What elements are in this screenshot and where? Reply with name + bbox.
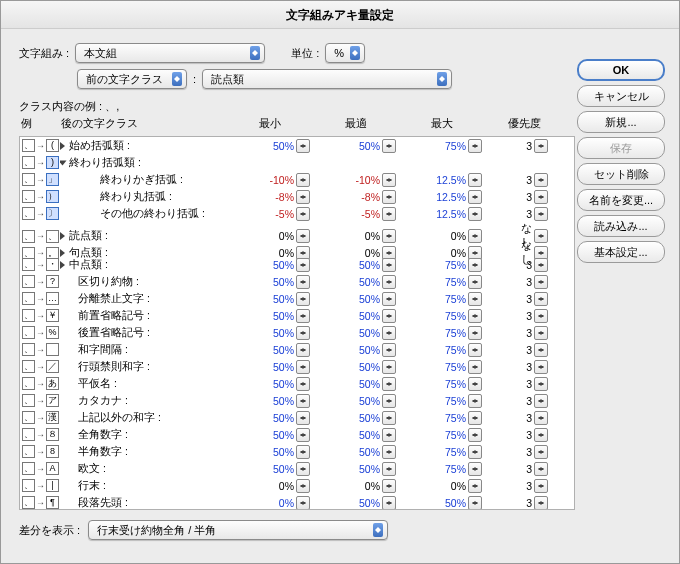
basic-settings-button[interactable]: 基本設定...	[577, 241, 665, 263]
value-spinner[interactable]: 50%	[314, 376, 400, 392]
value-spinner[interactable]: 50%	[228, 427, 314, 443]
value-spinner[interactable]: 50%	[314, 359, 400, 375]
value-spinner[interactable]: -10%	[314, 172, 400, 188]
priority-spinner[interactable]: 3	[486, 496, 550, 510]
priority-spinner[interactable]: 3	[486, 394, 550, 408]
rename-button[interactable]: 名前を変更...	[577, 189, 665, 211]
stepper-icon[interactable]	[296, 394, 310, 408]
value-spinner[interactable]: 75%	[400, 342, 486, 358]
stepper-icon[interactable]	[534, 326, 548, 340]
stepper-icon[interactable]	[296, 258, 310, 272]
stepper-icon[interactable]	[296, 229, 310, 243]
value-spinner[interactable]: 50%	[228, 393, 314, 409]
stepper-icon[interactable]	[382, 479, 396, 493]
value-spinner[interactable]: 75%	[400, 461, 486, 477]
stepper-icon[interactable]	[296, 207, 310, 221]
stepper-icon[interactable]	[382, 496, 396, 510]
stepper-icon[interactable]	[468, 377, 482, 391]
stepper-icon[interactable]	[534, 428, 548, 442]
char-class-select[interactable]: 読点類	[202, 69, 452, 89]
priority-spinner[interactable]: 3	[486, 292, 550, 306]
value-spinner[interactable]: 50%	[228, 257, 314, 273]
value-spinner[interactable]: 50%	[228, 274, 314, 290]
stepper-icon[interactable]	[534, 394, 548, 408]
diff-select[interactable]: 行末受け約物全角 / 半角	[88, 520, 388, 540]
value-spinner[interactable]: 75%	[400, 427, 486, 443]
value-spinner[interactable]: 75%	[400, 393, 486, 409]
stepper-icon[interactable]	[296, 139, 310, 153]
value-spinner[interactable]: -5%	[314, 206, 400, 222]
value-spinner[interactable]: -8%	[228, 189, 314, 205]
value-spinner[interactable]: 50%	[228, 308, 314, 324]
stepper-icon[interactable]	[296, 445, 310, 459]
stepper-icon[interactable]	[468, 309, 482, 323]
stepper-icon[interactable]	[468, 496, 482, 510]
stepper-icon[interactable]	[534, 462, 548, 476]
prev-class-select[interactable]: 前の文字クラス	[77, 69, 187, 89]
stepper-icon[interactable]	[468, 428, 482, 442]
stepper-icon[interactable]	[534, 411, 548, 425]
stepper-icon[interactable]	[296, 343, 310, 357]
stepper-icon[interactable]	[382, 207, 396, 221]
stepper-icon[interactable]	[382, 258, 396, 272]
value-spinner[interactable]: -10%	[228, 172, 314, 188]
value-spinner[interactable]: 12.5%	[400, 189, 486, 205]
stepper-icon[interactable]	[468, 190, 482, 204]
value-spinner[interactable]: 75%	[400, 376, 486, 392]
stepper-icon[interactable]	[534, 496, 548, 510]
value-spinner[interactable]: 50%	[228, 342, 314, 358]
stepper-icon[interactable]	[468, 479, 482, 493]
value-spinner[interactable]: 50%	[314, 410, 400, 426]
stepper-icon[interactable]	[382, 377, 396, 391]
priority-spinner[interactable]: 3	[486, 326, 550, 340]
disclosure-triangle-icon[interactable]	[60, 232, 65, 240]
value-spinner[interactable]: 50%	[314, 427, 400, 443]
stepper-icon[interactable]	[534, 190, 548, 204]
priority-spinner[interactable]: 3	[486, 258, 550, 272]
stepper-icon[interactable]	[296, 190, 310, 204]
stepper-icon[interactable]	[382, 394, 396, 408]
value-spinner[interactable]: 75%	[400, 138, 486, 154]
stepper-icon[interactable]	[468, 292, 482, 306]
stepper-icon[interactable]	[468, 360, 482, 374]
value-spinner[interactable]: 50%	[314, 444, 400, 460]
priority-spinner[interactable]: 3	[486, 343, 550, 357]
stepper-icon[interactable]	[382, 309, 396, 323]
stepper-icon[interactable]	[534, 207, 548, 221]
stepper-icon[interactable]	[382, 173, 396, 187]
stepper-icon[interactable]	[534, 445, 548, 459]
value-spinner[interactable]: 75%	[400, 257, 486, 273]
stepper-icon[interactable]	[382, 360, 396, 374]
value-spinner[interactable]: 50%	[228, 138, 314, 154]
value-spinner[interactable]: 50%	[228, 444, 314, 460]
stepper-icon[interactable]	[468, 343, 482, 357]
save-button[interactable]: 保存	[577, 137, 665, 159]
stepper-icon[interactable]	[468, 258, 482, 272]
priority-spinner[interactable]: 3	[486, 139, 550, 153]
priority-spinner[interactable]: 3	[486, 377, 550, 391]
stepper-icon[interactable]	[382, 139, 396, 153]
value-spinner[interactable]: 50%	[228, 359, 314, 375]
stepper-icon[interactable]	[534, 275, 548, 289]
priority-spinner[interactable]: 3	[486, 411, 550, 425]
disclosure-triangle-icon[interactable]	[60, 142, 65, 150]
new-button[interactable]: 新規...	[577, 111, 665, 133]
value-spinner[interactable]: 0%	[400, 478, 486, 494]
unit-select[interactable]: %	[325, 43, 365, 63]
priority-spinner[interactable]: 3	[486, 190, 550, 204]
value-spinner[interactable]: 50%	[314, 325, 400, 341]
priority-spinner[interactable]: 3	[486, 309, 550, 323]
priority-spinner[interactable]: 3	[486, 428, 550, 442]
stepper-icon[interactable]	[468, 139, 482, 153]
value-spinner[interactable]: 75%	[400, 291, 486, 307]
value-spinner[interactable]: 0%	[228, 478, 314, 494]
value-spinner[interactable]: 50%	[314, 393, 400, 409]
stepper-icon[interactable]	[382, 229, 396, 243]
stepper-icon[interactable]	[382, 462, 396, 476]
stepper-icon[interactable]	[382, 343, 396, 357]
value-spinner[interactable]: 50%	[314, 342, 400, 358]
value-spinner[interactable]: 50%	[314, 274, 400, 290]
stepper-icon[interactable]	[468, 445, 482, 459]
stepper-icon[interactable]	[382, 428, 396, 442]
stepper-icon[interactable]	[296, 496, 310, 510]
